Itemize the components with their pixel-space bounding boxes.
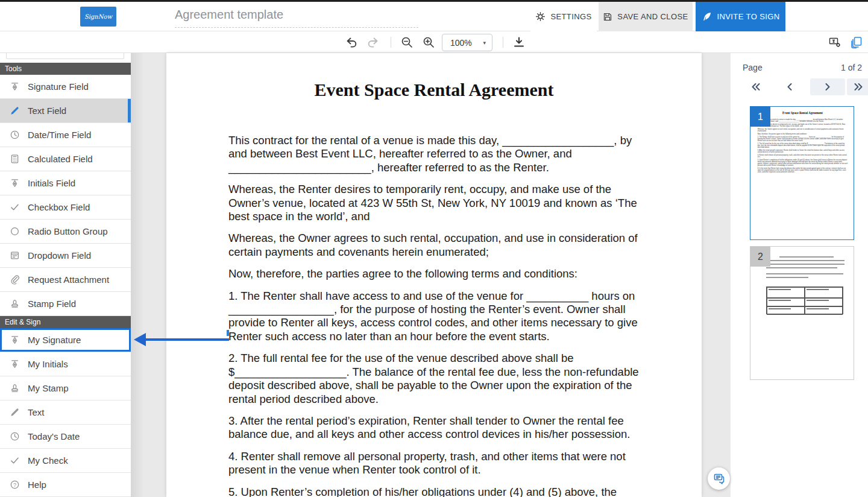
mini-text-line — [766, 267, 837, 268]
sidebar-item-date-time-field[interactable]: Date/Time Field — [0, 123, 131, 147]
sidebar-item-initials-field[interactable]: Initials Field — [0, 171, 131, 195]
previous-page-button[interactable] — [782, 78, 797, 95]
next-page-icon — [825, 83, 831, 91]
signnow-logo-text: SignNow — [84, 13, 112, 20]
sidebar-item-signature-field[interactable]: Signature Field — [0, 75, 131, 99]
copy-pages-icon[interactable] — [850, 36, 863, 49]
page-indicator: 1 of 2 — [841, 63, 862, 72]
doc-paragraph: Whereas, the Renter desires to temporari… — [228, 183, 641, 223]
doc-paragraph: This contract for the rental of a venue … — [228, 134, 641, 174]
chat-bubble-icon — [713, 473, 725, 485]
floppy-disk-icon — [603, 12, 612, 22]
sidebar-item-calculated-field[interactable]: Calculated Field — [0, 147, 131, 171]
text-field-settings-icon[interactable] — [828, 36, 841, 49]
checkmark-icon — [10, 455, 20, 466]
save-and-close-button[interactable]: SAVE AND CLOSE — [599, 2, 693, 31]
chat-button[interactable] — [708, 467, 730, 490]
checkmark-icon — [10, 202, 20, 212]
signnow-editor: SignNow Agreement template SETTINGS SA — [0, 0, 868, 497]
sidebar-item-label: My Initials — [28, 359, 68, 369]
sidebar-item-checkbox-field[interactable]: Checkbox Field — [0, 195, 131, 220]
page-2-preview — [750, 247, 854, 379]
settings-label: SETTINGS — [550, 12, 591, 21]
sidebar-item-todays-date[interactable]: Today's Date — [0, 425, 131, 449]
invite-to-sign-button[interactable]: INVITE TO SIGN — [696, 2, 785, 31]
top-bar: SignNow Agreement template SETTINGS SA — [0, 2, 868, 31]
signature-pen-nib-icon — [10, 359, 20, 369]
sidebar-item-my-stamp[interactable]: My Stamp — [0, 376, 131, 400]
signature-pen-nib-icon — [10, 81, 20, 92]
editor-toolbar: 100% ▾ — [0, 31, 868, 53]
canvas-left-shadow — [131, 53, 144, 497]
doc-paragraph: Now, therefore, the parties agree to the… — [228, 267, 641, 280]
scrolled-search-box-edge — [6, 53, 124, 59]
doc-paragraph: 2. The full rental fee for the use of th… — [228, 352, 641, 406]
mini-text-line — [766, 260, 844, 261]
chevron-down-icon: ▾ — [483, 40, 486, 46]
first-page-icon — [751, 83, 761, 91]
stamp-icon — [10, 299, 20, 309]
sidebar-item-stamp-field[interactable]: Stamp Field — [0, 292, 131, 316]
sidebar-item-label: Checkbox Field — [28, 202, 90, 212]
edit-sign-section-label: Edit & Sign — [5, 318, 40, 326]
text-cursor — [227, 330, 229, 336]
page-thumbnail-2[interactable]: 2 — [750, 246, 854, 380]
sidebar-item-label: Today's Date — [28, 431, 80, 442]
sidebar-item-label: Dropdown Field — [28, 250, 91, 261]
doc-paragraph: Whereas, the Owner agrees to such rental… — [228, 232, 641, 259]
stamp-icon — [10, 383, 20, 393]
sidebar-item-text[interactable]: Text — [0, 400, 131, 425]
sidebar-item-label: My Signature — [28, 335, 81, 345]
next-page-button[interactable] — [810, 78, 845, 95]
page-thumbnail-1[interactable]: 1 Event Space Rental AgreementThis contr… — [750, 106, 854, 240]
dropdown-box-icon — [10, 250, 20, 261]
gear-icon — [535, 11, 546, 22]
sidebar-item-help[interactable]: ? Help — [0, 473, 131, 497]
doc-paragraph: 3. After the rental period’s expiration,… — [228, 414, 641, 442]
sidebar-item-my-initials[interactable]: My Initials — [0, 352, 131, 376]
sidebar-item-label: Request Attachment — [28, 274, 109, 285]
page-label: Page — [743, 63, 763, 72]
signnow-logo[interactable]: SignNow — [80, 7, 116, 27]
toolbar-divider — [503, 37, 503, 48]
page-navigation — [743, 78, 863, 95]
mini-text-line — [766, 277, 808, 278]
sidebar-item-label: Stamp Field — [28, 299, 76, 309]
sidebar-item-my-signature[interactable]: My Signature — [0, 328, 131, 352]
settings-button[interactable]: SETTINGS — [530, 2, 597, 31]
redo-arrow-icon[interactable] — [366, 36, 380, 49]
toolbar-divider — [391, 37, 391, 48]
document-title-input[interactable]: Agreement template — [175, 8, 418, 22]
download-icon[interactable] — [512, 36, 526, 49]
mini-text-line — [766, 264, 844, 265]
document-canvas[interactable]: Event Space Rental Agreement This contra… — [131, 53, 731, 497]
tools-section-label: Tools — [5, 65, 22, 73]
last-page-icon — [854, 83, 863, 91]
zoom-in-icon[interactable] — [422, 36, 435, 49]
sidebar-item-label: Text Field — [28, 106, 66, 116]
pages-panel: Page 1 of 2 — [731, 53, 868, 497]
paperclip-icon — [10, 274, 20, 285]
document-body: This contract for the rental of a venue … — [228, 134, 641, 497]
sidebar-item-label: Text — [28, 407, 45, 417]
mini-text-line — [766, 273, 843, 274]
previous-page-icon — [787, 83, 793, 91]
last-page-button[interactable] — [847, 78, 868, 95]
undo-arrow-icon[interactable] — [345, 36, 358, 49]
zoom-level-value: 100% — [450, 38, 472, 48]
sidebar-item-dropdown-field[interactable]: Dropdown Field — [0, 244, 131, 268]
sidebar-item-label: Initials Field — [28, 178, 75, 188]
zoom-out-icon[interactable] — [400, 36, 414, 49]
sidebar-item-radio-button-group[interactable]: Radio Button Group — [0, 220, 131, 244]
zoom-level-select[interactable]: 100% ▾ — [442, 34, 492, 51]
sidebar-item-label: My Check — [28, 455, 68, 466]
save-and-close-label: SAVE AND CLOSE — [617, 12, 688, 21]
document-page-1[interactable]: Event Space Rental Agreement This contra… — [166, 53, 702, 497]
sidebar-item-my-check[interactable]: My Check — [0, 449, 131, 473]
first-page-button[interactable] — [747, 78, 764, 95]
doc-paragraph: 1. The Renter shall have access to and u… — [228, 290, 641, 344]
question-circle-icon: ? — [10, 480, 20, 490]
sidebar-item-text-field[interactable]: Text Field — [0, 99, 131, 123]
sidebar-item-request-attachment[interactable]: Request Attachment — [0, 268, 131, 292]
feather-icon — [701, 11, 712, 22]
